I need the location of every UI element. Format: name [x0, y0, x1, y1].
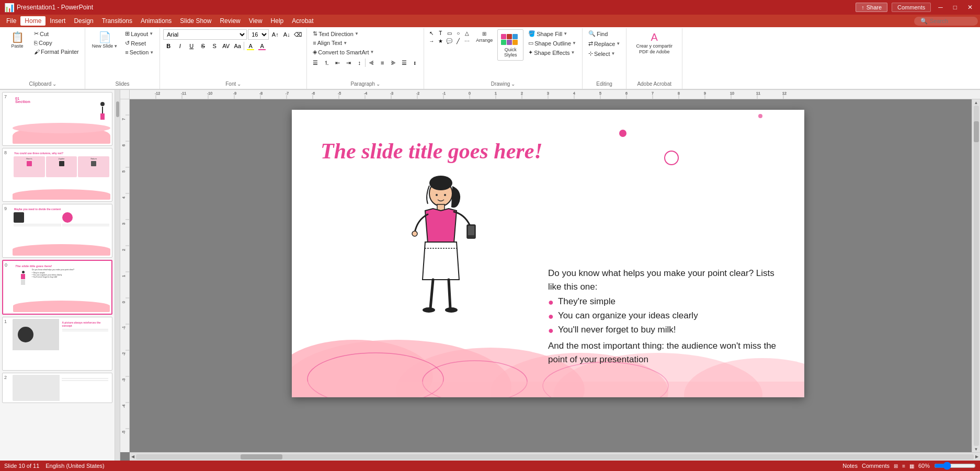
text-direction-button[interactable]: ⇅ Text Direction ▼	[310, 29, 420, 38]
font-increase-button[interactable]: A↑	[270, 29, 280, 40]
find-button[interactable]: 🔍 Find	[586, 29, 610, 38]
menu-animations[interactable]: Animations	[136, 16, 176, 26]
paste-button[interactable]: 📋 Paste	[4, 29, 30, 52]
shape-textbox[interactable]: T	[436, 29, 445, 37]
slide-thumb-7[interactable]: 7 01 Section	[2, 92, 112, 146]
scroll-down-button[interactable]: ▼	[974, 447, 979, 451]
slide-thumb-0[interactable]: 0 The slide title goes here!	[2, 260, 112, 315]
italic-button[interactable]: I	[175, 41, 185, 51]
line-spacing-button[interactable]: ↕	[354, 58, 364, 68]
decrease-indent-button[interactable]: ⇤	[332, 58, 343, 68]
menu-design[interactable]: Design	[70, 16, 97, 26]
slide-canvas[interactable]: The slide title goes here!	[292, 110, 804, 397]
shape-outline-button[interactable]: ▭ Shape Outline ▼	[526, 39, 579, 48]
clear-format-button[interactable]: ⌫	[293, 29, 303, 40]
shape-cursor[interactable]: ↖	[427, 29, 436, 37]
scroll-track[interactable]	[974, 106, 979, 446]
menu-insert[interactable]: Insert	[45, 16, 70, 26]
format-painter-button[interactable]: 🖌 Format Painter	[31, 48, 82, 56]
slide-title[interactable]: The slide title goes here!	[321, 139, 776, 164]
search-input[interactable]	[930, 18, 972, 24]
shape-line[interactable]: ╱	[454, 37, 462, 44]
shape-fill-button[interactable]: 🪣 Shape Fill ▼	[526, 29, 579, 38]
view-normal-icon[interactable]: ⊞	[894, 463, 898, 469]
font-color-button[interactable]: A	[257, 41, 267, 51]
menu-transitions[interactable]: Transitions	[98, 16, 136, 26]
comments-button[interactable]: Comments	[892, 3, 931, 12]
panel-scrollbar[interactable]	[115, 90, 120, 461]
panel-scroll-thumb[interactable]	[116, 101, 119, 117]
slide-thumb-8[interactable]: 8 You could use three columns, why not? …	[2, 148, 112, 202]
view-slide-icon[interactable]: ▦	[909, 463, 914, 469]
align-text-button[interactable]: ≡ Align Text ▼	[310, 39, 420, 47]
scroll-left-button[interactable]: ◀	[131, 454, 135, 459]
h-scroll-thumb[interactable]	[241, 454, 282, 459]
bullets-button[interactable]: ☰	[310, 58, 321, 68]
shape-star[interactable]: ★	[436, 37, 445, 44]
view-outline-icon[interactable]: ≡	[902, 463, 905, 469]
font-size-select[interactable]: 16	[248, 29, 269, 40]
new-slide-button[interactable]: 📄 New Slide ▼	[88, 29, 121, 52]
menu-home[interactable]: Home	[20, 16, 45, 26]
columns-button[interactable]: ⫾	[410, 58, 420, 68]
shape-callout[interactable]: 💬	[445, 37, 453, 44]
comments-status[interactable]: Comments	[862, 463, 890, 469]
shape-triangle[interactable]: △	[463, 29, 471, 37]
reset-button[interactable]: ↺ Reset	[122, 39, 156, 48]
minimize-button[interactable]: ─	[935, 3, 946, 12]
select-button[interactable]: ⊹ Select ▼	[586, 49, 618, 58]
drawing-expand-icon[interactable]: ⌄	[511, 81, 515, 87]
replace-button[interactable]: ⇄ Replace ▼	[586, 39, 623, 48]
zoom-slider[interactable]	[934, 464, 976, 468]
new-slide-dropdown[interactable]: ▼	[113, 44, 118, 49]
v-scrollbar[interactable]: ▲ ▼	[972, 99, 980, 452]
shape-more[interactable]: ⋯	[463, 37, 471, 44]
menu-view[interactable]: View	[245, 16, 267, 26]
shape-effects-button[interactable]: ✦ Shape Effects ▼	[526, 48, 579, 57]
share-button[interactable]: ↑ Share	[856, 3, 887, 12]
font-expand-icon[interactable]: ⌄	[237, 81, 241, 87]
shape-rect[interactable]: ▭	[445, 29, 453, 37]
menu-review[interactable]: Review	[215, 16, 244, 26]
char-spacing-button[interactable]: AV	[221, 41, 231, 51]
slide-thumb-2[interactable]: 2	[2, 373, 112, 403]
clipboard-expand-icon[interactable]: ⌄	[52, 81, 56, 87]
adobe-button[interactable]: A Crear y compartir PDF de Adobe	[630, 29, 679, 58]
quick-styles-button[interactable]: Quick Styles	[497, 29, 523, 61]
justify-button[interactable]: ☰	[399, 58, 409, 68]
shape-arrow[interactable]: →	[427, 37, 436, 44]
scroll-thumb[interactable]	[974, 121, 979, 142]
bold-button[interactable]: B	[163, 41, 174, 51]
convert-smartart-button[interactable]: ◈ Convert to SmartArt ▼	[310, 48, 420, 56]
paragraph-expand-icon[interactable]: ⌄	[376, 81, 380, 87]
shape-oval[interactable]: ○	[454, 29, 462, 37]
scroll-right-button[interactable]: ▶	[975, 454, 979, 459]
slide-canvas-wrapper[interactable]: The slide title goes here!	[130, 99, 972, 452]
cut-button[interactable]: ✂ Cut	[31, 29, 82, 38]
section-button[interactable]: ≡ Section ▼	[122, 48, 156, 56]
menu-help[interactable]: Help	[267, 16, 288, 26]
align-right-button[interactable]: ⫸	[388, 58, 398, 68]
arrange-button[interactable]: ⊞ Arrange	[473, 29, 495, 44]
maximize-button[interactable]: □	[950, 3, 960, 12]
h-scroll-track[interactable]	[136, 454, 974, 459]
menu-file[interactable]: File	[2, 16, 20, 26]
increase-indent-button[interactable]: ⇥	[343, 58, 354, 68]
menu-slideshow[interactable]: Slide Show	[176, 16, 215, 26]
notes-button[interactable]: Notes	[842, 463, 858, 469]
menu-acrobat[interactable]: Acrobat	[288, 16, 317, 26]
slide-thumb-9[interactable]: 9 Maybe you need to divide the content	[2, 204, 112, 258]
highlight-button[interactable]: A	[245, 41, 256, 51]
align-left-button[interactable]: ⫷	[366, 58, 377, 68]
strikethrough-button[interactable]: S	[198, 41, 208, 51]
align-center-button[interactable]: ≡	[377, 58, 388, 68]
copy-button[interactable]: ⎘ Copy	[31, 39, 82, 47]
font-decrease-button[interactable]: A↓	[281, 29, 292, 40]
scroll-up-button[interactable]: ▲	[974, 100, 979, 105]
numbering-button[interactable]: ⒈	[321, 58, 332, 68]
slide-thumb-1[interactable]: 1 A picture always reinforces the concep…	[2, 317, 112, 371]
h-scrollbar[interactable]: ◀ ▶	[130, 452, 980, 461]
search-box[interactable]: 🔍	[914, 17, 978, 26]
underline-button[interactable]: U	[186, 41, 197, 51]
close-button[interactable]: ✕	[964, 3, 976, 12]
